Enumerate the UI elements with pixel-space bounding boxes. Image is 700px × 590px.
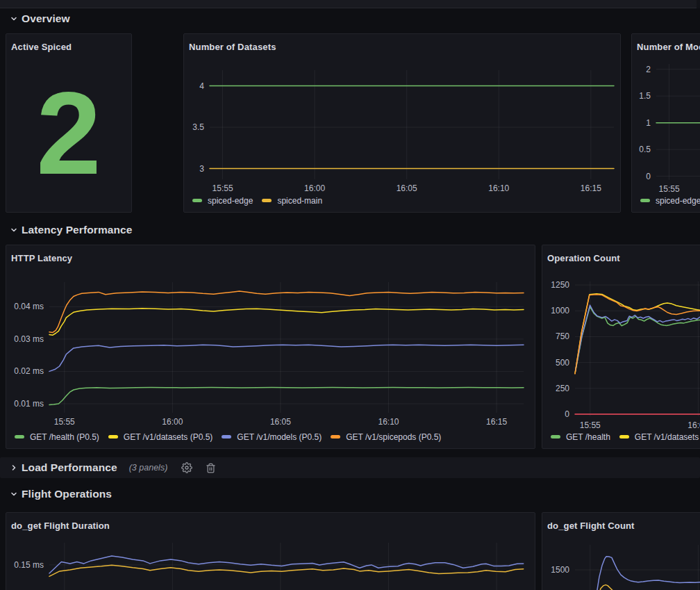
svg-text:0.15 ms: 0.15 ms	[14, 560, 44, 570]
row-title: Latency Performance	[22, 224, 133, 236]
chevron-down-icon	[9, 489, 19, 499]
scrollbar-gutter	[697, 0, 700, 8]
timeseries-chart[interactable]: 33.5415:5516:0016:0516:1016:15	[184, 34, 620, 212]
svg-text:15:55: 15:55	[659, 184, 680, 194]
legend-series-dash	[331, 435, 340, 439]
svg-text:0.01 ms: 0.01 ms	[14, 399, 44, 409]
row-title: Flight Operations	[22, 488, 112, 500]
panel-do-get-flight-count: do_get Flight Count 150015:5516:0016:051…	[542, 512, 700, 590]
legend-item[interactable]: GET /v1/models (P0.5)	[222, 432, 322, 442]
svg-text:4: 4	[199, 81, 204, 91]
panel-http-latency: HTTP Latency 0.01 ms0.02 ms0.03 ms0.04 m…	[6, 245, 535, 449]
legend-series-dash	[551, 435, 560, 439]
panel-number-of-models: Number of Models 00.511.5215:5516:0016:0…	[631, 33, 700, 213]
legend: GET /health (P0.5)GET /v1/datasets (P0.5…	[15, 431, 533, 443]
row-title: Overview	[22, 13, 70, 25]
svg-text:3: 3	[199, 164, 204, 174]
legend-series-label: GET /health	[566, 432, 610, 442]
legend-series-label: GET /health (P0.5)	[30, 432, 99, 442]
legend-series-dash	[15, 435, 24, 439]
panel-operation-count: Operation Count 02505007501000125015:551…	[542, 245, 700, 449]
svg-text:16:15: 16:15	[486, 417, 507, 427]
panel-title[interactable]: do_get Flight Duration	[11, 520, 110, 532]
legend-series-dash	[192, 199, 202, 202]
legend-series-label: spiced-main	[277, 196, 322, 206]
gear-icon	[181, 462, 192, 473]
legend-item[interactable]: GET /v1/datasets (P0.5)	[108, 432, 213, 442]
legend-series-label: spiced-edge	[656, 196, 700, 206]
svg-text:16:05: 16:05	[270, 417, 291, 427]
svg-text:0.03 ms: 0.03 ms	[14, 334, 44, 344]
row-header-flight-operations[interactable]: Flight Operations	[0, 484, 112, 505]
legend-series-dash	[640, 199, 650, 202]
legend-series-label: GET /v1/datasets	[635, 432, 699, 442]
panel-title[interactable]: Operation Count	[547, 252, 620, 264]
panel-do-get-flight-duration: do_get Flight Duration 0.15 ms15:5516:00…	[6, 512, 535, 590]
legend-item[interactable]: GET /v1/datasets	[619, 432, 699, 442]
svg-text:750: 750	[556, 331, 569, 341]
legend: spiced-edge	[640, 195, 700, 206]
panel-title[interactable]: Active Spiced	[11, 41, 72, 53]
row-header-overview[interactable]: Overview	[0, 8, 70, 29]
panel-title[interactable]: HTTP Latency	[11, 252, 72, 264]
row-header-load-performance[interactable]: Load Performance (3 panels)	[0, 457, 700, 478]
legend-item[interactable]: spiced-main	[262, 196, 322, 206]
legend: spiced-edgespiced-main	[192, 195, 619, 206]
svg-text:16:10: 16:10	[378, 417, 399, 427]
panel-title[interactable]: Number of Models	[637, 41, 700, 53]
legend-series-dash	[262, 199, 272, 202]
timeseries-chart[interactable]: 02505007501000125015:5516:0016:0516:1016…	[542, 245, 700, 448]
svg-text:16:10: 16:10	[488, 183, 509, 193]
legend-item[interactable]: GET /health	[551, 432, 610, 442]
svg-text:500: 500	[556, 358, 569, 368]
panel-number-of-datasets: Number of Datasets 33.5415:5516:0016:051…	[183, 33, 621, 213]
svg-text:1: 1	[646, 118, 651, 128]
chevron-down-icon	[9, 225, 19, 235]
legend-series-label: spiced-edge	[208, 196, 253, 206]
svg-text:16:00: 16:00	[162, 417, 183, 427]
svg-text:250: 250	[556, 384, 569, 393]
svg-text:0.5: 0.5	[639, 145, 651, 154]
svg-text:1.5: 1.5	[639, 91, 651, 101]
chevron-down-icon	[9, 14, 19, 24]
svg-text:1500: 1500	[551, 565, 569, 575]
row-panel-count: (3 panels)	[129, 463, 168, 473]
legend-series-dash	[108, 435, 118, 439]
svg-text:1250: 1250	[551, 280, 569, 290]
svg-text:15:55: 15:55	[54, 417, 75, 427]
panel-active-spiced: Active Spiced 2	[6, 33, 132, 213]
svg-text:0.02 ms: 0.02 ms	[14, 366, 44, 376]
top-toolbar-edge	[0, 0, 700, 8]
svg-text:16:15: 16:15	[581, 183, 601, 193]
panel-title[interactable]: Number of Datasets	[189, 41, 276, 53]
svg-text:15:55: 15:55	[212, 183, 233, 193]
svg-text:0.04 ms: 0.04 ms	[14, 302, 44, 311]
svg-text:15:55: 15:55	[580, 420, 601, 430]
stat-value: 2	[6, 55, 131, 212]
legend-item[interactable]: spiced-edge	[640, 196, 700, 206]
svg-text:16:05: 16:05	[397, 183, 417, 193]
svg-text:16:00: 16:00	[304, 183, 325, 193]
legend-series-dash	[222, 435, 231, 439]
row-delete-button[interactable]	[204, 461, 217, 474]
timeseries-chart[interactable]: 00.511.5215:5516:0016:0516:1016:15	[632, 34, 700, 212]
svg-text:2: 2	[646, 65, 651, 74]
svg-text:3.5: 3.5	[192, 122, 204, 132]
row-settings-button[interactable]	[181, 461, 193, 474]
svg-text:0: 0	[646, 172, 651, 181]
legend-item[interactable]: spiced-edge	[192, 196, 253, 206]
row-header-latency-performance[interactable]: Latency Performance	[0, 220, 133, 240]
legend-series-label: GET /v1/models (P0.5)	[237, 432, 322, 442]
legend-series-label: GET /v1/datasets (P0.5)	[124, 432, 213, 442]
legend-item[interactable]: GET /v1/spicepods (P0.5)	[331, 432, 441, 442]
legend-series-dash	[619, 435, 629, 439]
legend: GET /healthGET /v1/datasets	[551, 431, 700, 443]
svg-text:0: 0	[565, 409, 569, 419]
panel-title[interactable]: do_get Flight Count	[547, 520, 635, 532]
legend-series-label: GET /v1/spicepods (P0.5)	[346, 432, 441, 442]
legend-item[interactable]: GET /health (P0.5)	[15, 432, 99, 442]
trash-icon	[206, 463, 216, 473]
row-title: Load Performance	[22, 461, 117, 474]
timeseries-chart[interactable]: 0.01 ms0.02 ms0.03 ms0.04 ms15:5516:0016…	[6, 245, 535, 448]
svg-text:1000: 1000	[551, 306, 569, 316]
